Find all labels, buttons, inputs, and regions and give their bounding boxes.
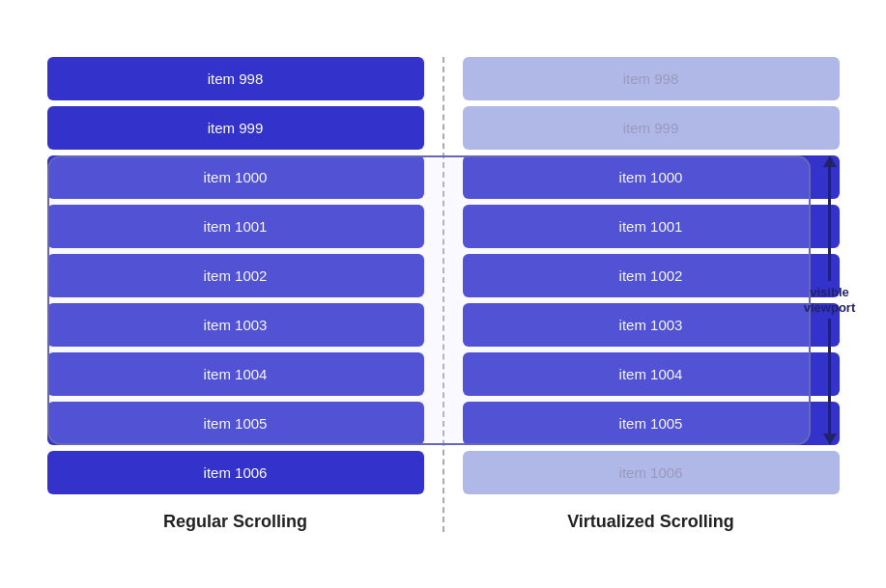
list-item: item 1000 — [463, 155, 840, 199]
viewport-label: visible viewport — [804, 285, 855, 315]
viewport-arrow: visible viewport — [811, 155, 849, 445]
list-item: item 998 — [463, 57, 840, 100]
list-item: item 1003 — [47, 303, 424, 347]
arrow-down-icon — [823, 434, 837, 445]
right-column-label: Virtualized Scrolling — [443, 512, 859, 532]
list-item: item 1001 — [463, 205, 840, 248]
list-item: item 999 — [463, 106, 840, 150]
list-item: item 1000 — [47, 155, 424, 199]
left-column-label: Regular Scrolling — [28, 512, 443, 532]
right-column: item 998 item 999 item 1000 item 1001 it… — [443, 57, 859, 494]
list-item: item 1002 — [463, 254, 840, 297]
list-item: item 1001 — [47, 205, 424, 248]
list-item: item 1002 — [47, 254, 424, 297]
list-item: item 1006 — [463, 451, 840, 494]
diagram: item 998 item 999 item 1000 item 1001 it… — [28, 57, 859, 532]
list-item: item 1006 — [47, 451, 424, 494]
arrow-up-icon — [823, 155, 837, 167]
list-item: item 1003 — [463, 303, 840, 347]
list-item: item 999 — [47, 106, 424, 150]
list-item: item 1005 — [47, 402, 424, 445]
list-item: item 1004 — [47, 352, 424, 396]
list-item: item 998 — [47, 57, 424, 100]
left-column: item 998 item 999 item 1000 item 1001 it… — [28, 57, 443, 494]
list-item: item 1004 — [463, 352, 840, 396]
list-item: item 1005 — [463, 402, 840, 445]
